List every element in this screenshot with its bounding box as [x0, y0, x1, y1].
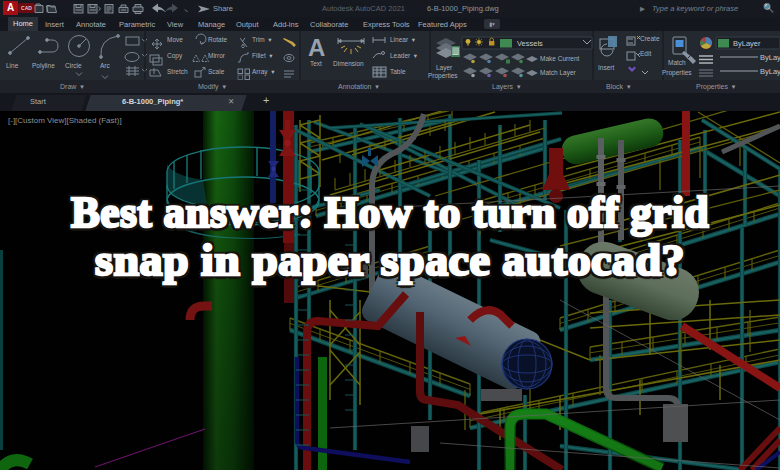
svg-text:ByLay: ByLay [760, 53, 780, 62]
svg-text:A: A [308, 34, 325, 61]
svg-text:Vessels: Vessels [517, 39, 543, 48]
svg-text:ByLayer: ByLayer [733, 39, 761, 48]
svg-text:ByLay: ByLay [760, 67, 780, 76]
